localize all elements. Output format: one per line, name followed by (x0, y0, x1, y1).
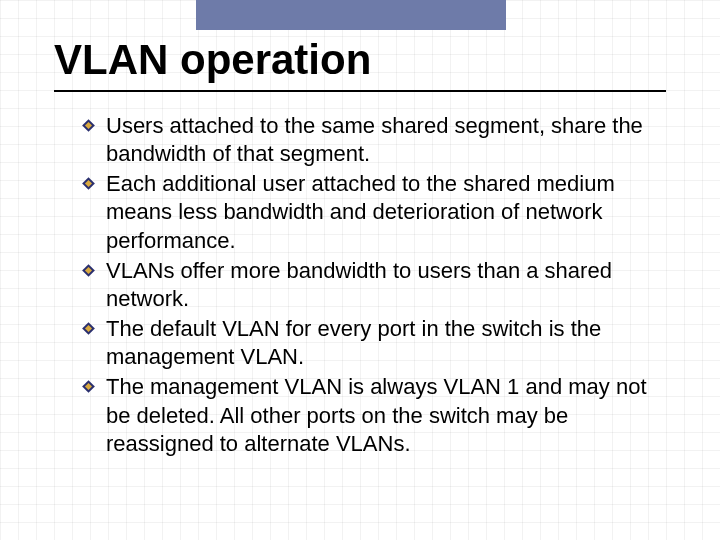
diamond-bullet-icon (82, 380, 95, 393)
list-item: Each additional user attached to the sha… (82, 170, 656, 254)
diamond-bullet-icon (82, 264, 95, 277)
bullet-list: Users attached to the same shared segmen… (54, 112, 666, 458)
title-underline (54, 90, 666, 92)
slide-content: VLAN operation Users attached to the sam… (0, 0, 720, 458)
list-item: The management VLAN is always VLAN 1 and… (82, 373, 656, 457)
bullet-text: The default VLAN for every port in the s… (106, 316, 601, 369)
list-item: Users attached to the same shared segmen… (82, 112, 656, 168)
bullet-text: Each additional user attached to the sha… (106, 171, 615, 252)
list-item: VLANs offer more bandwidth to users than… (82, 257, 656, 313)
diamond-bullet-icon (82, 119, 95, 132)
bullet-text: Users attached to the same shared segmen… (106, 113, 643, 166)
bullet-text: The management VLAN is always VLAN 1 and… (106, 374, 647, 455)
diamond-bullet-icon (82, 177, 95, 190)
bullet-text: VLANs offer more bandwidth to users than… (106, 258, 612, 311)
diamond-bullet-icon (82, 322, 95, 335)
slide-title: VLAN operation (54, 36, 666, 84)
list-item: The default VLAN for every port in the s… (82, 315, 656, 371)
